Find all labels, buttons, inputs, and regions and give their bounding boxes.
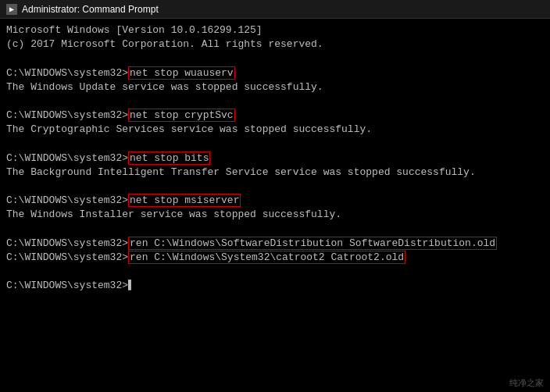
console-line-cmd3: C:\WINDOWS\system32>net stop bits: [6, 151, 544, 166]
prompt-4: C:\WINDOWS\system32>: [6, 194, 128, 206]
cmd-6: ren C:\Windows\System32\catroot2 Catroot…: [128, 251, 405, 264]
prompt-3: C:\WINDOWS\system32>: [6, 152, 128, 164]
console-line-8: The Cryptographic Services service was s…: [6, 123, 544, 137]
watermark: 纯净之家: [509, 377, 544, 389]
console-line-2: (c) 2017 Microsoft Corporation. All righ…: [6, 37, 544, 52]
prompt-6: C:\WINDOWS\system32>: [6, 251, 128, 263]
console-line-cmd1: C:\WINDOWS\system32>net stop wuauserv: [6, 66, 544, 80]
console-empty-6: [6, 265, 544, 279]
cmd-1: net stop wuauserv: [128, 66, 235, 80]
cmd-4: net stop msiserver: [128, 194, 241, 207]
console-line-12: The Background Intelligent Transfer Serv…: [6, 166, 544, 180]
prompt-2: C:\WINDOWS\system32>: [6, 109, 128, 121]
console-empty-1: [6, 52, 544, 66]
console-line-4: The Windows Update service was stopped s…: [6, 80, 544, 94]
console-empty-5: [6, 223, 544, 237]
console-empty-4: [6, 180, 544, 194]
prompt-final: C:\WINDOWS\system32>: [6, 280, 128, 291]
cmd-2: net stop cryptSvc: [128, 109, 235, 122]
console-empty-2: [6, 94, 544, 109]
title-bar-text: Administrator: Command Prompt: [22, 4, 159, 15]
cmd-3: net stop bits: [128, 151, 210, 165]
cmd-5: ren C:\Windows\SoftwareDistribution Soft…: [128, 237, 497, 250]
console-line-cmd5: C:\WINDOWS\system32>ren C:\Windows\Softw…: [6, 237, 544, 251]
console-window[interactable]: Microsoft Windows [Version 10.0.16299.12…: [0, 19, 550, 392]
prompt-5: C:\WINDOWS\system32>: [6, 237, 128, 249]
console-line-16: The Windows Installer service was stoppe…: [6, 208, 544, 222]
cursor: ▌: [128, 280, 134, 291]
title-bar-icon: ▶: [6, 4, 17, 15]
console-line-cmd2: C:\WINDOWS\system32>net stop cryptSvc: [6, 109, 544, 123]
prompt-1: C:\WINDOWS\system32>: [6, 67, 128, 79]
console-line-cmd6: C:\WINDOWS\system32>ren C:\Windows\Syste…: [6, 251, 544, 265]
console-line-final: C:\WINDOWS\system32>▌: [6, 279, 544, 293]
console-empty-3: [6, 137, 544, 151]
console-line-cmd4: C:\WINDOWS\system32>net stop msiserver: [6, 194, 544, 208]
title-bar: ▶ Administrator: Command Prompt: [0, 0, 550, 19]
console-line-1: Microsoft Windows [Version 10.0.16299.12…: [6, 23, 544, 37]
